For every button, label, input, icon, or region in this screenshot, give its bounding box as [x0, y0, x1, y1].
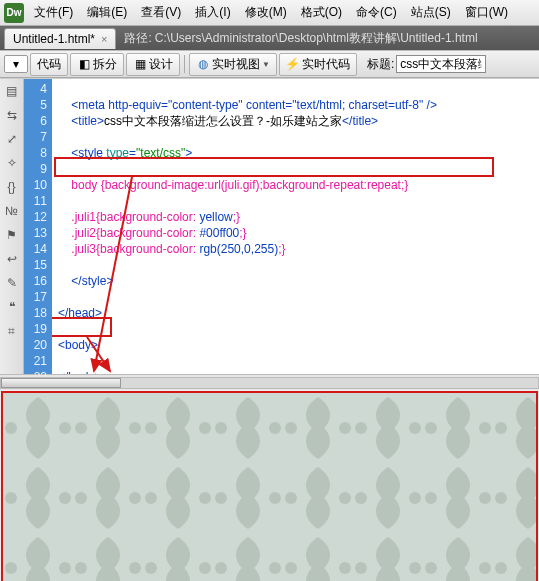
- menu-format[interactable]: 格式(O): [297, 1, 346, 24]
- app-logo-icon: Dw: [4, 3, 24, 23]
- tab-title: Untitled-1.html*: [13, 32, 95, 46]
- dropdown-icon: ▾: [9, 57, 23, 71]
- design-preview: [1, 391, 538, 581]
- code-view-button[interactable]: 代码: [30, 53, 68, 76]
- live-view-button[interactable]: ◍ 实时视图 ▼: [189, 53, 277, 76]
- recent-snippets-icon[interactable]: ⌗: [4, 323, 20, 339]
- preview-background-pattern: [3, 393, 536, 581]
- design-view-button[interactable]: ▦ 设计: [126, 53, 180, 76]
- menu-window[interactable]: 窗口(W): [461, 1, 512, 24]
- select-parent-icon[interactable]: ✧: [4, 155, 20, 171]
- scroll-thumb[interactable]: [1, 378, 121, 388]
- highlight-body-rule: [54, 157, 494, 177]
- split-icon: ◧: [77, 57, 91, 71]
- horizontal-scrollbar[interactable]: [0, 374, 539, 390]
- balance-braces-icon[interactable]: {}: [4, 179, 20, 195]
- code-area[interactable]: <meta http-equiv="content-type" content=…: [52, 79, 539, 374]
- title-input[interactable]: [396, 55, 486, 73]
- line-gutter: 45678910111213141516171819202122: [24, 79, 52, 374]
- scroll-track[interactable]: [0, 377, 539, 389]
- document-tab[interactable]: Untitled-1.html* ×: [4, 28, 116, 49]
- menubar: Dw 文件(F) 编辑(E) 查看(V) 插入(I) 修改(M) 格式(O) 命…: [0, 0, 539, 26]
- highlight-body-tag: [52, 317, 112, 337]
- design-icon: ▦: [133, 57, 147, 71]
- document-toolbar: ▾ 代码 ◧ 拆分 ▦ 设计 ◍ 实时视图 ▼ ⚡ 实时代码 标题:: [0, 50, 539, 78]
- view-dropdown[interactable]: ▾: [4, 55, 28, 73]
- highlight-invalid-icon[interactable]: ⚑: [4, 227, 20, 243]
- separator: [184, 55, 185, 73]
- expand-icon[interactable]: ⤢: [4, 131, 20, 147]
- document-tab-bar: Untitled-1.html* × 路径: C:\Users\Administ…: [0, 26, 539, 50]
- path-value: C:\Users\Administrator\Desktop\html教程讲解\…: [155, 30, 478, 47]
- menu-commands[interactable]: 命令(C): [352, 1, 401, 24]
- code-editor: ▤ ⇆ ⤢ ✧ {} № ⚑ ↩ ✎ ❝ ⌗ 45678910111213141…: [0, 78, 539, 374]
- globe-icon: ◍: [196, 57, 210, 71]
- close-icon[interactable]: ×: [101, 33, 107, 45]
- code-tool-strip: ▤ ⇆ ⤢ ✧ {} № ⚑ ↩ ✎ ❝ ⌗: [0, 79, 24, 374]
- svg-rect-5: [3, 393, 536, 581]
- live-code-button[interactable]: ⚡ 实时代码: [279, 53, 357, 76]
- open-docs-icon[interactable]: ▤: [4, 83, 20, 99]
- menu-insert[interactable]: 插入(I): [191, 1, 234, 24]
- path-label: 路径:: [124, 30, 151, 47]
- collapse-icon[interactable]: ⇆: [4, 107, 20, 123]
- title-label: 标题:: [367, 56, 394, 73]
- livecode-icon: ⚡: [286, 57, 300, 71]
- split-view-button[interactable]: ◧ 拆分: [70, 53, 124, 76]
- menu-modify[interactable]: 修改(M): [241, 1, 291, 24]
- menu-edit[interactable]: 编辑(E): [83, 1, 131, 24]
- menu-view[interactable]: 查看(V): [137, 1, 185, 24]
- word-wrap-icon[interactable]: ↩: [4, 251, 20, 267]
- chevron-down-icon: ▼: [262, 60, 270, 69]
- syntax-error-icon[interactable]: ✎: [4, 275, 20, 291]
- menu-site[interactable]: 站点(S): [407, 1, 455, 24]
- line-numbers-icon[interactable]: №: [4, 203, 20, 219]
- menu-file[interactable]: 文件(F): [30, 1, 77, 24]
- apply-comment-icon[interactable]: ❝: [4, 299, 20, 315]
